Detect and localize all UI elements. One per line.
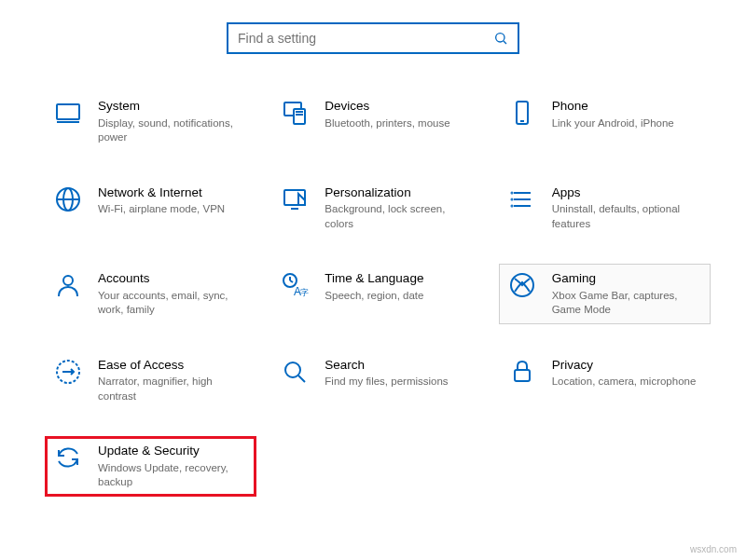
tile-devices[interactable]: Devices Bluetooth, printers, mouse xyxy=(271,91,483,152)
settings-grid: System Display, sound, notifications, po… xyxy=(0,91,746,497)
search-input[interactable] xyxy=(238,31,493,46)
tile-title: Gaming xyxy=(552,270,702,287)
personalization-icon xyxy=(280,184,310,214)
tile-desc: Uninstall, defaults, optional features xyxy=(552,202,702,231)
tile-title: Apps xyxy=(552,184,702,201)
tile-desc: Find my files, permissions xyxy=(325,375,475,389)
tile-personalization[interactable]: Personalization Background, lock screen,… xyxy=(271,178,483,239)
tile-desc: Windows Update, recovery, backup xyxy=(98,461,248,490)
tile-privacy[interactable]: Privacy Location, camera, microphone xyxy=(499,350,711,411)
phone-icon xyxy=(507,98,537,128)
globe-icon xyxy=(53,184,83,214)
tile-desc: Display, sound, notifications, power xyxy=(98,116,248,145)
tile-desc: Xbox Game Bar, captures, Game Mode xyxy=(552,289,702,318)
svg-line-24 xyxy=(290,280,293,282)
tile-title: System xyxy=(98,98,248,115)
tile-gaming[interactable]: Gaming Xbox Game Bar, captures, Game Mod… xyxy=(499,264,711,324)
tile-desc: Narrator, magnifier, high contrast xyxy=(98,375,248,403)
svg-rect-31 xyxy=(515,370,530,381)
tile-ease-of-access[interactable]: Ease of Access Narrator, magnifier, high… xyxy=(45,350,256,411)
tile-desc: Link your Android, iPhone xyxy=(552,116,702,131)
search-box[interactable] xyxy=(227,22,519,54)
tile-network[interactable]: Network & Internet Wi-Fi, airplane mode,… xyxy=(45,178,256,239)
privacy-icon xyxy=(507,357,537,387)
tile-desc: Bluetooth, printers, mouse xyxy=(325,116,475,131)
tile-title: Devices xyxy=(325,98,475,115)
tile-title: Search xyxy=(325,357,475,374)
svg-text:字: 字 xyxy=(300,288,309,297)
search-category-icon xyxy=(280,357,310,387)
tile-update-security[interactable]: Update & Security Windows Update, recove… xyxy=(45,436,256,497)
tile-title: Update & Security xyxy=(98,443,248,459)
tile-title: Time & Language xyxy=(325,270,475,287)
update-security-icon xyxy=(53,443,83,472)
svg-line-30 xyxy=(298,376,305,382)
svg-point-29 xyxy=(285,362,300,377)
tile-desc: Wi-Fi, airplane mode, VPN xyxy=(98,202,248,217)
tile-accounts[interactable]: Accounts Your accounts, email, sync, wor… xyxy=(45,264,256,324)
svg-rect-2 xyxy=(57,104,79,119)
tile-title: Personalization xyxy=(325,184,475,201)
devices-icon xyxy=(280,98,310,128)
ease-of-access-icon xyxy=(53,357,83,387)
time-language-icon: A字 xyxy=(280,270,310,300)
tile-phone[interactable]: Phone Link your Android, iPhone xyxy=(499,91,711,152)
tile-system[interactable]: System Display, sound, notifications, po… xyxy=(45,91,256,152)
apps-icon xyxy=(507,184,537,214)
tile-title: Accounts xyxy=(98,270,248,287)
tile-search[interactable]: Search Find my files, permissions xyxy=(271,350,483,411)
tile-title: Ease of Access xyxy=(98,357,248,374)
tile-desc: Speech, region, date xyxy=(325,289,475,304)
tile-desc: Your accounts, email, sync, work, family xyxy=(98,289,248,318)
svg-line-1 xyxy=(504,41,506,44)
svg-point-20 xyxy=(511,205,512,206)
svg-point-19 xyxy=(511,198,512,199)
gaming-icon xyxy=(507,270,537,300)
search-icon xyxy=(493,31,508,46)
svg-point-0 xyxy=(496,34,504,42)
tile-title: Privacy xyxy=(552,357,702,374)
tile-apps[interactable]: Apps Uninstall, defaults, optional featu… xyxy=(499,178,711,239)
tile-desc: Location, camera, microphone xyxy=(552,375,702,389)
accounts-icon xyxy=(53,270,83,300)
svg-point-21 xyxy=(63,276,73,285)
tile-title: Phone xyxy=(552,98,702,115)
tile-title: Network & Internet xyxy=(98,184,248,201)
svg-point-18 xyxy=(511,192,512,193)
tile-time-language[interactable]: A字 Time & Language Speech, region, date xyxy=(271,264,483,324)
watermark: wsxdn.com xyxy=(690,544,737,554)
tile-desc: Background, lock screen, colors xyxy=(325,202,475,231)
system-icon xyxy=(53,98,83,128)
